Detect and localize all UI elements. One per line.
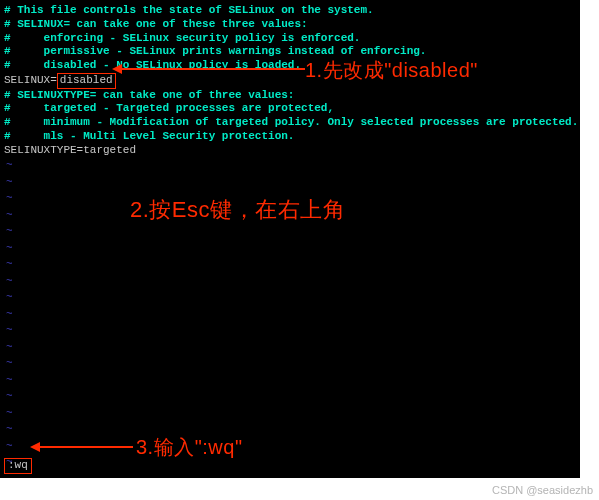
config-comment: # SELINUXTYPE= can take one of three val… <box>4 89 576 103</box>
vi-tilde: ~ <box>6 273 576 290</box>
config-comment: # targeted - Targeted processes are prot… <box>4 102 576 116</box>
config-comment: # disabled - No SELinux policy is loaded… <box>4 59 576 73</box>
vi-tilde: ~ <box>6 256 576 273</box>
selinux-setting-line[interactable]: SELINUX=disabled <box>4 73 576 89</box>
vi-tilde: ~ <box>6 355 576 372</box>
config-comment: # mls - Multi Level Security protection. <box>4 130 576 144</box>
vi-tilde: ~ <box>6 405 576 422</box>
annotation-step-2: 2.按Esc键，在右上角 <box>130 196 345 224</box>
selinux-value-highlight: disabled <box>57 73 116 89</box>
config-comment: # enforcing - SELinux security policy is… <box>4 32 576 46</box>
vi-tilde: ~ <box>6 289 576 306</box>
watermark-text: CSDN @seasidezhb <box>492 484 593 496</box>
vi-tilde: ~ <box>6 339 576 356</box>
vi-tilde: ~ <box>6 322 576 339</box>
vi-tilde: ~ <box>6 174 576 191</box>
vi-tilde: ~ <box>6 157 576 174</box>
vi-tilde: ~ <box>6 306 576 323</box>
config-comment: # This file controls the state of SELinu… <box>4 4 576 18</box>
config-comment: # minimum - Modification of targeted pol… <box>4 116 576 130</box>
vi-tilde: ~ <box>6 421 576 438</box>
vi-tilde: ~ <box>6 223 576 240</box>
annotation-step-3: 3.输入":wq" <box>136 435 243 460</box>
terminal-window[interactable]: # This file controls the state of SELinu… <box>0 0 580 478</box>
selinux-key: SELINUX= <box>4 74 57 86</box>
selinuxtype-setting-line: SELINUXTYPE=targeted <box>4 144 576 158</box>
vi-tilde: ~ <box>6 388 576 405</box>
vi-command-line[interactable]: :wq <box>4 458 32 474</box>
vi-tilde: ~ <box>6 372 576 389</box>
annotation-arrow-3 <box>38 446 133 448</box>
vi-tilde: ~ <box>6 240 576 257</box>
config-comment: # SELINUX= can take one of these three v… <box>4 18 576 32</box>
vi-tilde: ~ <box>6 454 576 471</box>
config-comment: # permissive - SELinux prints warnings i… <box>4 45 576 59</box>
annotation-step-1: 1.先改成"disabled" <box>305 58 478 83</box>
annotation-arrow-1 <box>120 68 305 70</box>
